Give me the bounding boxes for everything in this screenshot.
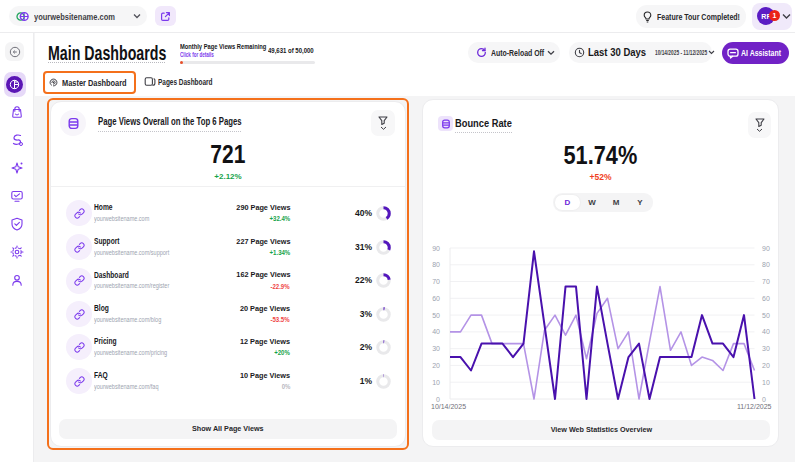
svg-text:0: 0 [762, 396, 766, 403]
svg-text:90: 90 [762, 245, 770, 252]
svg-text:40: 40 [432, 328, 440, 335]
svg-text:20: 20 [432, 362, 440, 369]
svg-text:50: 50 [432, 312, 440, 319]
svg-text:20: 20 [762, 362, 770, 369]
svg-text:70: 70 [762, 278, 770, 285]
svg-text:0: 0 [436, 396, 440, 403]
svg-text:70: 70 [432, 278, 440, 285]
svg-text:80: 80 [762, 261, 770, 268]
svg-text:11/12/2025: 11/12/2025 [737, 403, 772, 410]
svg-text:10/14/2025: 10/14/2025 [431, 403, 466, 410]
svg-text:40: 40 [762, 328, 770, 335]
svg-text:30: 30 [432, 345, 440, 352]
svg-text:60: 60 [432, 295, 440, 302]
svg-text:10: 10 [432, 379, 440, 386]
svg-text:10: 10 [762, 379, 770, 386]
svg-text:50: 50 [762, 312, 770, 319]
svg-text:30: 30 [762, 345, 770, 352]
svg-text:80: 80 [432, 261, 440, 268]
svg-text:90: 90 [432, 245, 440, 252]
svg-text:60: 60 [762, 295, 770, 302]
